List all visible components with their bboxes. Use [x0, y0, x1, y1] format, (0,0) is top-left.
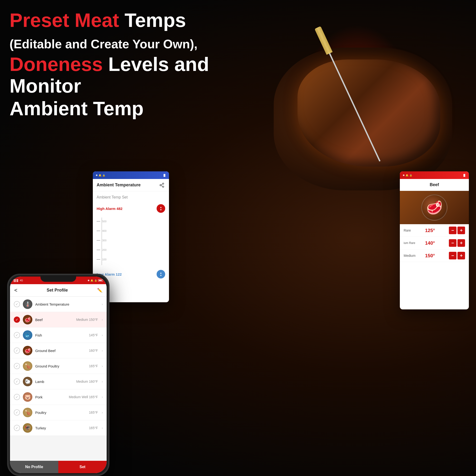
item-temp: 145°F: [89, 333, 98, 337]
share-button[interactable]: [158, 182, 165, 188]
food-icon: 🐷: [23, 392, 32, 402]
temp-tick-200: 200: [102, 249, 106, 251]
doneness-label-medium-rare: ium Rare: [404, 241, 425, 245]
list-item[interactable]: ✓ 🥩 Beef Medium 150°F ›: [10, 312, 107, 327]
ambient-title-bar: Ambient Temperature: [93, 179, 169, 191]
list-item[interactable]: ✓ 🐷 Pork Medium Well 165°F ›: [10, 389, 107, 405]
high-alarm-spinner[interactable]: ▲ ▼: [157, 204, 165, 213]
plus-button-medium-rare[interactable]: +: [458, 239, 465, 247]
spinner-up-arrow: ▲: [160, 206, 162, 208]
svg-point-2: [163, 186, 164, 187]
temp-tick-100: 100: [102, 258, 106, 261]
high-alarm-row: High Alarm 482 ▲ ▼: [97, 204, 165, 213]
food-icon: 🍗: [23, 408, 32, 417]
phone-bottom-bar: No Profile Set: [10, 461, 107, 473]
header-subtitle: (Editable and Create Your Own),: [10, 37, 198, 51]
spinner-down-arrow: ▼: [160, 209, 162, 211]
alarm-icon: 🔔: [99, 174, 102, 177]
header-line1: Preset Meat Temps (Editable and Create Y…: [10, 10, 224, 52]
item-label: Ambient Temperature: [35, 302, 98, 306]
plus-button-rare[interactable]: +: [458, 227, 465, 234]
list-item[interactable]: ✓ 🌡️ Ambient Temperature ›: [10, 297, 107, 312]
edit-button[interactable]: ✏️: [97, 288, 102, 293]
list-item[interactable]: ✓ 🍗 Ground Poultry 165°F ›: [10, 358, 107, 374]
check-circle: ✓: [14, 378, 20, 385]
nav-title: Set Profile: [47, 288, 68, 293]
check-mark: ✓: [16, 318, 18, 322]
food-icon: 🦃: [23, 423, 32, 433]
ambient-battery: ▐▌: [163, 174, 166, 177]
phone-frame: ▌▌▌ 4G ✱ 🔔 🔒 < Set Profile ✏️: [7, 274, 109, 476]
bluetooth-icon: ✱: [403, 174, 405, 177]
check-mark: ✓: [16, 349, 18, 353]
list-item[interactable]: ✓ 🥩 Ground Beef 160°F ›: [10, 343, 107, 358]
doneness-label-medium: Medium: [404, 254, 425, 257]
food-icon: 🐟: [23, 330, 32, 340]
beef-popup: ✱ 🔔 🔒 ▐▌ Beef 🥩 Rare 125° − + ium Rare 1…: [400, 171, 469, 309]
battery-icon: ▐▌: [463, 174, 466, 177]
check-mark: ✓: [16, 426, 18, 430]
header-preset-meat: Preset Meat: [10, 9, 119, 31]
check-mark: ✓: [16, 380, 18, 383]
check-mark: ✓: [16, 364, 18, 368]
item-temp: 165°F: [89, 426, 98, 430]
item-label: Fish: [35, 333, 86, 337]
beef-doneness-rare: Rare 125° − +: [400, 224, 469, 237]
check-circle: ✓: [14, 409, 20, 416]
food-icon: 🥩: [23, 346, 32, 355]
list-item[interactable]: ✓ 🐟 Fish 145°F ›: [10, 327, 107, 343]
doneness-temp-rare: 125°: [425, 228, 449, 233]
beef-popup-header: ✱ 🔔 🔒 ▐▌: [400, 171, 469, 179]
signal-bars: ▌▌▌: [14, 279, 19, 282]
alarm-icon: 🔔: [406, 174, 408, 177]
header-temps: Temps: [119, 9, 186, 31]
doneness-label-rare: Rare: [404, 228, 425, 232]
doneness-temp-medium: 150°: [425, 253, 449, 258]
minus-button-rare[interactable]: −: [449, 227, 457, 234]
check-mark: ✓: [16, 302, 18, 306]
network-type: 4G: [20, 279, 23, 282]
back-button[interactable]: <: [14, 287, 17, 293]
item-label: Ground Beef: [35, 349, 86, 353]
check-circle: ✓: [14, 301, 20, 307]
battery-icon: [98, 279, 103, 282]
low-alarm-spinner[interactable]: ▲ ▼: [157, 270, 165, 278]
item-arrow: ›: [102, 364, 103, 368]
spinner-up-arrow: ▲: [160, 272, 162, 274]
item-temp: Medium 150°F: [76, 318, 98, 322]
minus-button-medium[interactable]: −: [449, 252, 457, 259]
ambient-status-bar: ✱ 🔔 🔒: [96, 174, 105, 177]
beef-status-left: ✱ 🔔 🔒: [403, 174, 412, 177]
list-item[interactable]: ✓ 🦃 Turkey 165°F ›: [10, 420, 107, 436]
set-button[interactable]: Set: [58, 461, 107, 473]
svg-point-0: [163, 183, 164, 184]
beef-image-area: 🥩: [400, 191, 469, 224]
bluetooth-icon: ✱: [96, 174, 98, 177]
item-arrow: ›: [102, 395, 103, 399]
check-circle: ✓: [14, 363, 20, 369]
item-temp: Medium 160°F: [76, 380, 98, 383]
no-profile-button[interactable]: No Profile: [10, 461, 58, 473]
list-item[interactable]: ✓ 🍗 Poultry 165°F ›: [10, 405, 107, 420]
list-item[interactable]: ✓ 🐑 Lamb Medium 160°F ›: [10, 374, 107, 389]
svg-line-4: [161, 184, 163, 185]
alarm-icon: 🔔: [90, 279, 93, 282]
lock-icon: 🔒: [102, 174, 105, 177]
status-right: ✱ 🔔 🔒: [87, 279, 103, 282]
plus-button-medium[interactable]: +: [458, 252, 465, 259]
beef-title-bar: Beef: [400, 179, 469, 191]
food-icon: 🐑: [23, 377, 32, 386]
ambient-content: Ambient Temp Set High Alarm 482 ▲ ▼ 500 …: [93, 191, 169, 285]
item-temp: 160°F: [89, 349, 98, 353]
ambient-popup-header: ✱ 🔔 🔒 ▐▌: [93, 171, 169, 179]
svg-point-1: [160, 185, 161, 186]
item-arrow: ›: [102, 380, 103, 383]
minus-button-medium-rare[interactable]: −: [449, 239, 457, 247]
item-temp: 165°F: [89, 410, 98, 414]
check-mark: ✓: [16, 410, 18, 414]
phone-nav-bar: < Set Profile ✏️: [10, 284, 107, 297]
food-icon: 🥩: [23, 315, 32, 324]
check-circle: ✓: [14, 425, 20, 431]
phone-screen: ▌▌▌ 4G ✱ 🔔 🔒 < Set Profile ✏️: [10, 276, 107, 473]
temp-tick-300: 300: [102, 239, 106, 242]
